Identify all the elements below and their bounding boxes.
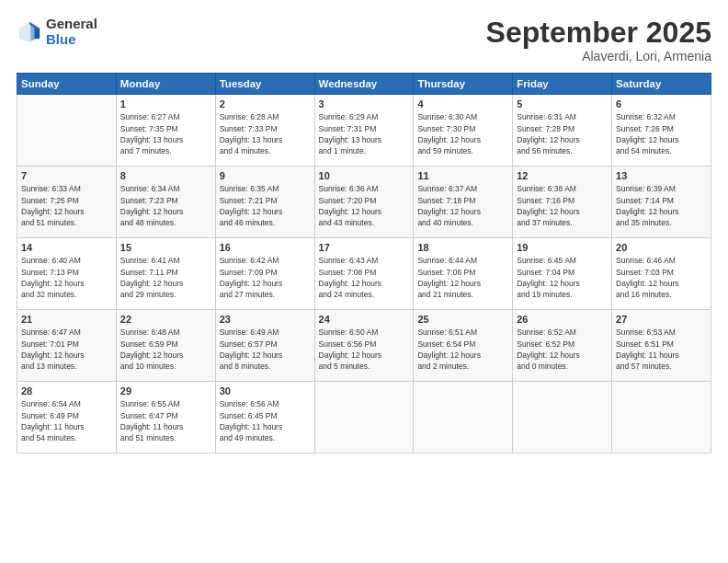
cell-content-9: Sunrise: 6:35 AM Sunset: 7:21 PM Dayligh… xyxy=(220,183,311,228)
cell-w2-d4: 10Sunrise: 6:36 AM Sunset: 7:20 PM Dayli… xyxy=(314,167,414,238)
day-num-16: 16 xyxy=(220,242,311,253)
day-num-4: 4 xyxy=(417,98,508,109)
day-num-28: 28 xyxy=(21,385,112,396)
cell-w5-d4 xyxy=(314,382,414,454)
day-num-27: 27 xyxy=(616,314,707,325)
page: General Blue September 2025 Alaverdi, Lo… xyxy=(0,0,728,563)
logo-blue: Blue xyxy=(46,32,97,48)
day-num-25: 25 xyxy=(417,314,508,325)
cell-content-6: Sunrise: 6:32 AM Sunset: 7:26 PM Dayligh… xyxy=(616,111,707,156)
cell-content-2: Sunrise: 6:28 AM Sunset: 7:33 PM Dayligh… xyxy=(220,111,311,156)
month-title: September 2025 xyxy=(486,17,711,49)
day-num-24: 24 xyxy=(319,314,410,325)
cell-content-8: Sunrise: 6:34 AM Sunset: 7:23 PM Dayligh… xyxy=(120,183,211,228)
cell-w3-d1: 14Sunrise: 6:40 AM Sunset: 7:13 PM Dayli… xyxy=(17,238,117,310)
logo-general: General xyxy=(46,17,97,32)
day-num-13: 13 xyxy=(616,170,707,181)
cell-w3-d4: 17Sunrise: 6:43 AM Sunset: 7:08 PM Dayli… xyxy=(314,238,414,310)
cell-w2-d7: 13Sunrise: 6:39 AM Sunset: 7:14 PM Dayli… xyxy=(612,167,711,238)
cell-w3-d3: 16Sunrise: 6:42 AM Sunset: 7:09 PM Dayli… xyxy=(215,238,314,310)
cell-content-13: Sunrise: 6:39 AM Sunset: 7:14 PM Dayligh… xyxy=(616,183,707,228)
cell-content-27: Sunrise: 6:53 AM Sunset: 6:51 PM Dayligh… xyxy=(616,327,707,372)
cell-w5-d2: 29Sunrise: 6:55 AM Sunset: 6:47 PM Dayli… xyxy=(116,382,215,454)
cell-content-7: Sunrise: 6:33 AM Sunset: 7:25 PM Dayligh… xyxy=(21,183,112,228)
col-tuesday: Tuesday xyxy=(215,74,314,95)
day-num-18: 18 xyxy=(417,242,508,253)
logo: General Blue xyxy=(17,17,97,47)
day-num-9: 9 xyxy=(220,170,311,181)
location-subtitle: Alaverdi, Lori, Armenia xyxy=(486,49,711,63)
cell-w4-d7: 27Sunrise: 6:53 AM Sunset: 6:51 PM Dayli… xyxy=(612,310,711,382)
day-num-19: 19 xyxy=(517,242,608,253)
day-num-11: 11 xyxy=(417,170,508,181)
svg-marker-3 xyxy=(35,28,40,38)
cell-content-10: Sunrise: 6:36 AM Sunset: 7:20 PM Dayligh… xyxy=(319,183,410,228)
day-num-2: 2 xyxy=(220,98,311,109)
cell-w5-d1: 28Sunrise: 6:54 AM Sunset: 6:49 PM Dayli… xyxy=(17,382,117,454)
cell-w1-d6: 5Sunrise: 6:31 AM Sunset: 7:28 PM Daylig… xyxy=(513,95,612,167)
cell-content-19: Sunrise: 6:45 AM Sunset: 7:04 PM Dayligh… xyxy=(517,255,608,300)
cell-content-23: Sunrise: 6:49 AM Sunset: 6:57 PM Dayligh… xyxy=(220,327,311,372)
cell-w2-d1: 7Sunrise: 6:33 AM Sunset: 7:25 PM Daylig… xyxy=(17,167,117,238)
week-row-1: 1Sunrise: 6:27 AM Sunset: 7:35 PM Daylig… xyxy=(17,95,711,167)
cell-content-28: Sunrise: 6:54 AM Sunset: 6:49 PM Dayligh… xyxy=(21,398,112,443)
cell-w4-d6: 26Sunrise: 6:52 AM Sunset: 6:52 PM Dayli… xyxy=(513,310,612,382)
cell-content-14: Sunrise: 6:40 AM Sunset: 7:13 PM Dayligh… xyxy=(21,255,112,300)
cell-w4-d4: 24Sunrise: 6:50 AM Sunset: 6:56 PM Dayli… xyxy=(314,310,414,382)
cell-w1-d4: 3Sunrise: 6:29 AM Sunset: 7:31 PM Daylig… xyxy=(314,95,414,167)
day-num-12: 12 xyxy=(517,170,608,181)
cell-w2-d2: 8Sunrise: 6:34 AM Sunset: 7:23 PM Daylig… xyxy=(116,167,215,238)
cell-content-11: Sunrise: 6:37 AM Sunset: 7:18 PM Dayligh… xyxy=(417,183,508,228)
col-thursday: Thursday xyxy=(414,74,513,95)
cell-content-15: Sunrise: 6:41 AM Sunset: 7:11 PM Dayligh… xyxy=(120,255,211,300)
day-num-29: 29 xyxy=(120,385,211,396)
title-block: September 2025 Alaverdi, Lori, Armenia xyxy=(486,17,711,63)
cell-content-16: Sunrise: 6:42 AM Sunset: 7:09 PM Dayligh… xyxy=(220,255,311,300)
day-num-14: 14 xyxy=(21,242,112,253)
logo-text: General Blue xyxy=(46,17,97,47)
cell-w4-d2: 22Sunrise: 6:48 AM Sunset: 6:59 PM Dayli… xyxy=(116,310,215,382)
col-wednesday: Wednesday xyxy=(314,74,414,95)
cell-content-4: Sunrise: 6:30 AM Sunset: 7:30 PM Dayligh… xyxy=(417,111,508,156)
week-row-4: 21Sunrise: 6:47 AM Sunset: 7:01 PM Dayli… xyxy=(17,310,711,382)
cell-w5-d6 xyxy=(513,382,612,454)
cell-w4-d1: 21Sunrise: 6:47 AM Sunset: 7:01 PM Dayli… xyxy=(17,310,117,382)
cell-content-20: Sunrise: 6:46 AM Sunset: 7:03 PM Dayligh… xyxy=(616,255,707,300)
cell-w2-d6: 12Sunrise: 6:38 AM Sunset: 7:16 PM Dayli… xyxy=(513,167,612,238)
day-num-8: 8 xyxy=(120,170,211,181)
day-num-5: 5 xyxy=(517,98,608,109)
day-num-7: 7 xyxy=(21,170,112,181)
logo-icon xyxy=(17,19,42,45)
cell-w2-d5: 11Sunrise: 6:37 AM Sunset: 7:18 PM Dayli… xyxy=(414,167,513,238)
cell-content-12: Sunrise: 6:38 AM Sunset: 7:16 PM Dayligh… xyxy=(517,183,608,228)
col-saturday: Saturday xyxy=(612,74,711,95)
day-num-22: 22 xyxy=(120,314,211,325)
week-row-5: 28Sunrise: 6:54 AM Sunset: 6:49 PM Dayli… xyxy=(17,382,711,454)
day-num-3: 3 xyxy=(319,98,410,109)
cell-w1-d5: 4Sunrise: 6:30 AM Sunset: 7:30 PM Daylig… xyxy=(414,95,513,167)
cell-content-24: Sunrise: 6:50 AM Sunset: 6:56 PM Dayligh… xyxy=(319,327,410,372)
cell-w1-d3: 2Sunrise: 6:28 AM Sunset: 7:33 PM Daylig… xyxy=(215,95,314,167)
cell-w3-d2: 15Sunrise: 6:41 AM Sunset: 7:11 PM Dayli… xyxy=(116,238,215,310)
cell-w1-d7: 6Sunrise: 6:32 AM Sunset: 7:26 PM Daylig… xyxy=(612,95,711,167)
cell-w3-d6: 19Sunrise: 6:45 AM Sunset: 7:04 PM Dayli… xyxy=(513,238,612,310)
day-num-1: 1 xyxy=(120,98,211,109)
col-friday: Friday xyxy=(513,74,612,95)
cell-w4-d3: 23Sunrise: 6:49 AM Sunset: 6:57 PM Dayli… xyxy=(215,310,314,382)
cell-w5-d7 xyxy=(612,382,711,454)
cell-content-18: Sunrise: 6:44 AM Sunset: 7:06 PM Dayligh… xyxy=(417,255,508,300)
day-num-17: 17 xyxy=(319,242,410,253)
cell-content-26: Sunrise: 6:52 AM Sunset: 6:52 PM Dayligh… xyxy=(517,327,608,372)
day-num-20: 20 xyxy=(616,242,707,253)
cell-w1-d1 xyxy=(17,95,117,167)
cell-content-1: Sunrise: 6:27 AM Sunset: 7:35 PM Dayligh… xyxy=(120,111,211,156)
cell-content-17: Sunrise: 6:43 AM Sunset: 7:08 PM Dayligh… xyxy=(319,255,410,300)
header: General Blue September 2025 Alaverdi, Lo… xyxy=(17,17,711,63)
col-sunday: Sunday xyxy=(17,74,117,95)
cell-content-3: Sunrise: 6:29 AM Sunset: 7:31 PM Dayligh… xyxy=(319,111,410,156)
cell-content-29: Sunrise: 6:55 AM Sunset: 6:47 PM Dayligh… xyxy=(120,398,211,443)
day-num-21: 21 xyxy=(21,314,112,325)
cell-w5-d5 xyxy=(414,382,513,454)
day-num-10: 10 xyxy=(319,170,410,181)
cell-w2-d3: 9Sunrise: 6:35 AM Sunset: 7:21 PM Daylig… xyxy=(215,167,314,238)
